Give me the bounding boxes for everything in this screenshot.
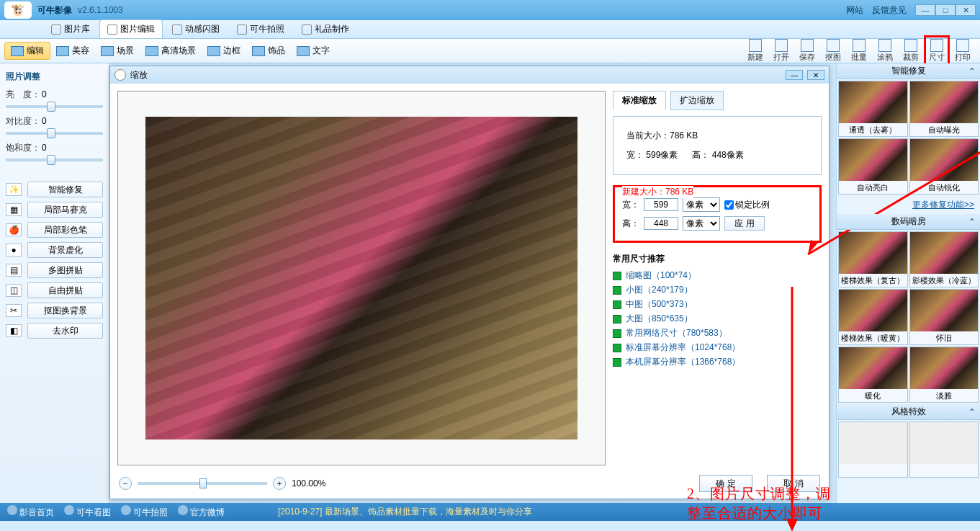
subtab-scene[interactable]: 场景 <box>95 43 140 59</box>
subtab-edit[interactable]: 编辑 <box>4 42 50 60</box>
lock-ratio-checkbox[interactable] <box>724 200 734 210</box>
slider-thumb[interactable] <box>47 128 55 138</box>
btn-watermark[interactable]: ◧去水印 <box>6 323 103 339</box>
width-unit-select[interactable]: 像素 <box>683 197 720 212</box>
effects-header-style[interactable]: 风格特效⌃ <box>837 404 980 420</box>
maximize-button[interactable]: □ <box>935 4 956 16</box>
effect-item[interactable]: 自动锐化 <box>909 138 979 195</box>
effect-item[interactable] <box>838 421 908 478</box>
brightness-slider[interactable] <box>6 105 103 108</box>
tool-save[interactable]: 保存 <box>794 37 820 64</box>
tab-standard-resize[interactable]: 标准缩放 <box>613 91 666 110</box>
close-button[interactable]: ✕ <box>956 4 976 16</box>
tab-gift[interactable]: 礼品制作 <box>294 19 357 38</box>
preset-icon <box>613 300 621 309</box>
btn-multi[interactable]: ▤多图拼贴 <box>6 262 103 278</box>
blur-icon: ● <box>6 244 22 256</box>
tool-new[interactable]: 新建 <box>742 37 768 64</box>
preset-item[interactable]: 标准屏幕分辨率（1024*768） <box>613 342 822 354</box>
btn-cut-bg[interactable]: ✂抠图换背景 <box>6 303 103 318</box>
dialog-minimize[interactable]: — <box>786 70 803 80</box>
preset-item[interactable]: 缩略图（100*74） <box>613 269 822 282</box>
tab-library[interactable]: 图片库 <box>43 19 98 38</box>
subtab-hdscene[interactable]: 高清场景 <box>140 43 202 59</box>
btn-mosaic[interactable]: ▦局部马赛克 <box>6 202 103 218</box>
saturation-slider[interactable] <box>6 159 103 161</box>
zoom-value: 100.00% <box>292 478 325 488</box>
btn-smart-fix[interactable]: ✨智能修复 <box>6 182 103 197</box>
preset-item[interactable]: 常用网络尺寸（780*583） <box>613 327 822 339</box>
tool-crop[interactable]: 裁剪 <box>898 37 924 64</box>
tool-cutout[interactable]: 抠图 <box>820 37 846 64</box>
status-shoot[interactable]: 可牛拍照 <box>121 505 168 519</box>
cancel-button[interactable]: 取 消 <box>767 475 820 492</box>
zoom-in-button[interactable]: + <box>273 477 286 490</box>
save-icon <box>801 39 814 52</box>
hdscene-icon <box>145 46 158 56</box>
effect-item[interactable]: 自动亮白 <box>838 138 908 195</box>
collapse-icon[interactable]: ⌃ <box>968 407 976 417</box>
tool-open[interactable]: 打开 <box>768 37 794 64</box>
tab-edit[interactable]: 图片编辑 <box>99 19 163 38</box>
status-view[interactable]: 可牛看图 <box>64 505 111 519</box>
tool-print[interactable]: 打印 <box>950 37 976 64</box>
tool-size[interactable]: 尺寸 <box>924 35 950 66</box>
effect-item[interactable]: 淡雅 <box>909 347 979 403</box>
collapse-icon[interactable]: ⌃ <box>968 66 976 76</box>
contrast-slider[interactable] <box>6 132 103 135</box>
btn-free[interactable]: ◫自由拼贴 <box>6 282 103 298</box>
effect-thumb <box>910 347 979 389</box>
btn-blur-bg[interactable]: ●背景虚化 <box>6 242 103 258</box>
collapse-icon[interactable]: ⌃ <box>968 217 976 227</box>
more-fix-link[interactable]: 更多修复功能>> <box>837 196 980 214</box>
saturation-row: 饱和度：0 <box>6 142 103 161</box>
effect-item[interactable]: 通透（去雾） <box>838 81 908 137</box>
height-unit-select[interactable]: 像素 <box>683 216 720 231</box>
effects-header-smartfix[interactable]: 智能修复⌃ <box>837 63 980 79</box>
effect-thumb <box>910 232 979 274</box>
preset-item[interactable]: 本机屏幕分辨率（1366*768） <box>613 356 822 368</box>
subtab-border[interactable]: 边框 <box>202 43 246 59</box>
tool-batch[interactable]: 批量 <box>846 37 872 64</box>
tab-anim[interactable]: 动感闪图 <box>164 19 228 38</box>
app-logo-icon <box>4 1 32 19</box>
effect-item[interactable]: 楼梯效果（复古） <box>838 231 908 287</box>
app-title: 可牛影像 <box>37 4 72 17</box>
effect-item[interactable]: 楼梯效果（暖黄） <box>838 289 908 345</box>
effect-item[interactable]: 暖化 <box>838 347 908 403</box>
link-website[interactable]: 网站 <box>846 4 863 17</box>
collage-icon: ◫ <box>6 284 22 297</box>
subtab-text[interactable]: 文字 <box>291 43 336 59</box>
height-input[interactable] <box>644 217 678 230</box>
status-weibo[interactable]: 官方微博 <box>178 505 225 519</box>
effect-item[interactable] <box>909 421 979 478</box>
slider-thumb[interactable] <box>47 102 55 112</box>
apply-button[interactable]: 应 用 <box>724 216 765 231</box>
grid-icon: ▤ <box>6 264 22 277</box>
subtab-beauty[interactable]: 美容 <box>50 43 95 59</box>
tab-camera[interactable]: 可牛拍照 <box>229 19 292 38</box>
preset-item[interactable]: 中图（500*373） <box>613 298 822 311</box>
btn-color-pen[interactable]: 🍎局部彩色笔 <box>6 222 103 238</box>
subtab-deco[interactable]: 饰品 <box>246 43 291 59</box>
preset-item[interactable]: 小图（240*179） <box>613 284 822 296</box>
zoom-slider[interactable] <box>138 482 267 485</box>
status-home[interactable]: 影音首页 <box>7 505 54 519</box>
effects-header-darkroom[interactable]: 数码暗房⌃ <box>837 214 980 230</box>
slider-thumb[interactable] <box>47 155 55 165</box>
width-input[interactable] <box>644 198 678 211</box>
link-feedback[interactable]: 反馈意见 <box>872 4 907 17</box>
effect-item[interactable]: 怀旧 <box>909 289 979 345</box>
dialog-close[interactable]: ✕ <box>807 70 824 80</box>
minimize-button[interactable]: — <box>915 4 935 16</box>
preset-item[interactable]: 大图（850*635） <box>613 313 822 325</box>
effect-item[interactable]: 自动曝光 <box>909 81 979 137</box>
ok-button[interactable]: 确 定 <box>699 475 752 492</box>
tab-expand-resize[interactable]: 扩边缩放 <box>670 91 724 110</box>
tool-graffiti[interactable]: 涂鸦 <box>872 37 898 64</box>
zoom-out-button[interactable]: − <box>119 477 132 490</box>
effect-item[interactable]: 影楼效果（冷蓝） <box>909 231 979 287</box>
new-size-box: 新建大小：786 KB 宽： 像素 锁定比例 高： 像素 应 用 <box>613 185 822 243</box>
editor-area: 缩放 — ✕ 标准缩放 扩边缩放 当前大小：786 KB <box>109 63 836 503</box>
slider-thumb[interactable] <box>199 478 207 488</box>
